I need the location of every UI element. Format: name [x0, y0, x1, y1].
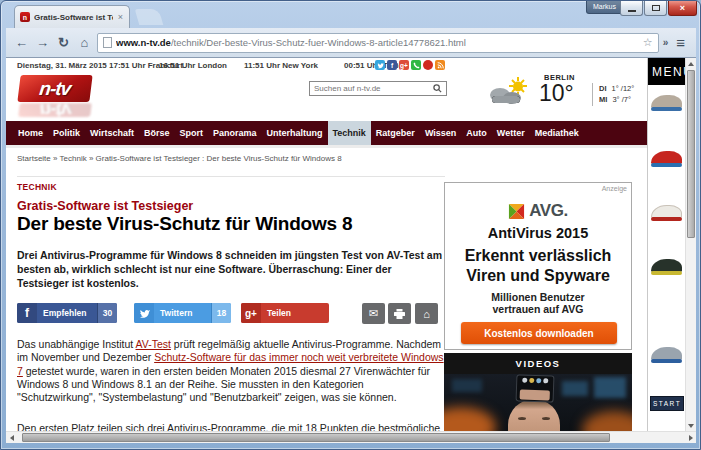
nav-item-wirtschaft[interactable]: Wirtschaft	[85, 121, 139, 145]
reload-button[interactable]: ↻	[55, 36, 72, 49]
link-av-test[interactable]: AV-Test	[136, 338, 171, 350]
maximize-button[interactable]	[644, 1, 667, 16]
nav-item-wissen[interactable]: Wissen	[420, 121, 461, 145]
maximize-icon	[652, 5, 660, 11]
whatsapp-icon[interactable]	[411, 60, 421, 70]
url-text: www.n-tv.de/technik/Der-beste-Virus-Schu…	[116, 37, 639, 48]
site-search-box[interactable]	[309, 81, 447, 96]
facebook-share-button[interactable]: f Empfehlen 30	[17, 303, 117, 323]
twitter-icon[interactable]	[375, 60, 385, 70]
share-bar: f Empfehlen 30 Twittern 18 g+ Teilen ✉ ⌂	[17, 303, 445, 324]
ad-label: Anzeige	[602, 185, 627, 192]
tab-favicon-icon: n	[20, 12, 30, 22]
ad-download-button[interactable]: Kostenlos downloaden	[461, 322, 617, 344]
facebook-share-count: 30	[97, 303, 117, 323]
shoe-ad-start-button[interactable]: START	[650, 396, 684, 411]
article-paragraph-1: Das unabhängige Institut AV-Test prüft r…	[17, 338, 445, 405]
nav-item-politik[interactable]: Politik	[48, 121, 85, 145]
ntv-app-icon[interactable]	[423, 60, 433, 70]
social-icon-bar: f g+	[375, 60, 445, 70]
sneaker-dark	[651, 258, 682, 275]
weather-forecast-day1: DI 1° /12°	[599, 84, 634, 93]
browser-toolbar: ← → ↻ ⌂ www.n-tv.de/technik/Der-beste-Vi…	[6, 28, 696, 58]
nav-item-technik[interactable]: Technik	[328, 121, 371, 145]
googleplus-share-button[interactable]: g+ Teilen	[241, 303, 329, 323]
window-controls: ×	[619, 1, 697, 16]
nav-item-wetter[interactable]: Wetter	[492, 121, 530, 145]
print-article-button[interactable]	[388, 303, 411, 324]
weather-forecast-day2: MI 3° /7°	[599, 95, 631, 104]
back-button[interactable]: ←	[13, 36, 30, 49]
forward-button[interactable]: →	[34, 36, 51, 49]
ad-subline-1: Millionen Benutzer	[445, 291, 631, 303]
twitter-share-button[interactable]: Twittern 18	[134, 303, 231, 323]
sneaker-blue-gray	[651, 346, 682, 363]
vertical-scroll-thumb[interactable]	[687, 70, 695, 238]
video-thumbnail[interactable]	[444, 374, 632, 433]
googleplus-icon: g+	[241, 303, 261, 323]
scroll-up-arrow[interactable]	[686, 58, 696, 69]
avg-brand-text: AVG.	[529, 201, 567, 221]
homepage-button[interactable]: ⌂	[415, 303, 438, 324]
browser-tab[interactable]: n Gratis-Software ist Testsie ×	[14, 5, 130, 28]
scroll-left-arrow[interactable]	[6, 432, 17, 443]
page-icon	[103, 37, 112, 48]
nav-item-mediathek[interactable]: Mediathek	[530, 121, 584, 145]
home-button[interactable]: ⌂	[76, 36, 93, 49]
sneaker-white	[651, 204, 682, 221]
browser-window: n Gratis-Software ist Testsie × Markus ×…	[0, 0, 701, 450]
scroll-down-arrow[interactable]	[686, 420, 696, 431]
minimize-button[interactable]	[620, 1, 643, 16]
avg-ad[interactable]: Anzeige AVG. AntiVirus 2015 Erkennt verl…	[444, 182, 632, 350]
nav-item-panorama[interactable]: Panorama	[208, 121, 262, 145]
address-bar[interactable]: www.n-tv.de/technik/Der-beste-Virus-Schu…	[97, 33, 659, 53]
mail-icon: ✉	[369, 307, 378, 320]
horizontal-scrollbar[interactable]	[6, 431, 696, 443]
facebook-icon[interactable]: f	[387, 60, 397, 70]
ntv-logo[interactable]: n-tv	[17, 75, 92, 102]
tab-close-icon[interactable]: ×	[117, 13, 124, 22]
url-path: /technik/Der-beste-Virus-Schutz-fuer-Win…	[171, 37, 466, 48]
vertical-scrollbar[interactable]	[685, 58, 696, 431]
tab-title: Gratis-Software ist Testsie	[34, 13, 113, 22]
twitter-icon	[134, 303, 154, 323]
article-subtitle: Gratis-Software ist Testsieger	[17, 199, 193, 213]
article-divider	[17, 176, 445, 177]
search-icon[interactable]	[433, 84, 442, 93]
profile-name-button[interactable]: Markus	[586, 1, 623, 14]
printer-icon	[394, 309, 405, 319]
googleplus-icon[interactable]: g+	[399, 60, 409, 70]
skyscraper-shoe-ad[interactable]: MENÜ START	[647, 58, 685, 433]
ad-subline-2: vertrauen auf AVG	[445, 303, 631, 315]
nav-item-auto[interactable]: Auto	[461, 121, 492, 145]
nav-item-unterhaltung[interactable]: Unterhaltung	[262, 121, 328, 145]
videos-section-header[interactable]: VIDEOS	[444, 353, 632, 374]
search-input[interactable]	[314, 84, 433, 93]
ad-product-name: AntiVirus 2015	[445, 225, 631, 241]
nav-item-home[interactable]: Home	[13, 121, 48, 145]
hamburger-menu-icon[interactable]: ≡	[672, 34, 689, 51]
clock-london: 16:51 Uhr London	[159, 61, 227, 70]
ad-headline-2: Viren und Spyware	[445, 267, 631, 285]
nav-item-boerse[interactable]: Börse	[139, 121, 175, 145]
minimize-icon	[628, 10, 636, 12]
twitter-share-count: 18	[211, 303, 231, 323]
weather-temp: 10°	[539, 80, 574, 107]
home-icon: ⌂	[423, 308, 430, 320]
email-article-button[interactable]: ✉	[362, 303, 385, 324]
bookmark-star-icon[interactable]: ☆	[643, 36, 653, 49]
horizontal-scroll-thumb[interactable]	[22, 433, 610, 442]
breadcrumb[interactable]: Startseite » Technik » Gratis-Software i…	[17, 154, 342, 163]
nav-item-ratgeber[interactable]: Ratgeber	[371, 121, 420, 145]
close-button[interactable]: ×	[668, 1, 697, 16]
url-host: www.n-tv.de	[116, 37, 171, 48]
extensions-overflow-icon[interactable]: »	[663, 37, 669, 48]
new-tab-button[interactable]	[135, 9, 164, 25]
sneaker-red	[651, 150, 682, 167]
nav-item-sport[interactable]: Sport	[174, 121, 208, 145]
ad-headline-1: Erkennt verlässlich	[445, 247, 631, 265]
shoe-ad-menu-label[interactable]: MENÜ	[648, 58, 685, 85]
scroll-right-arrow[interactable]	[685, 432, 696, 443]
ntv-logo-reflection: n-tv	[18, 103, 92, 117]
rss-icon[interactable]	[435, 60, 445, 70]
